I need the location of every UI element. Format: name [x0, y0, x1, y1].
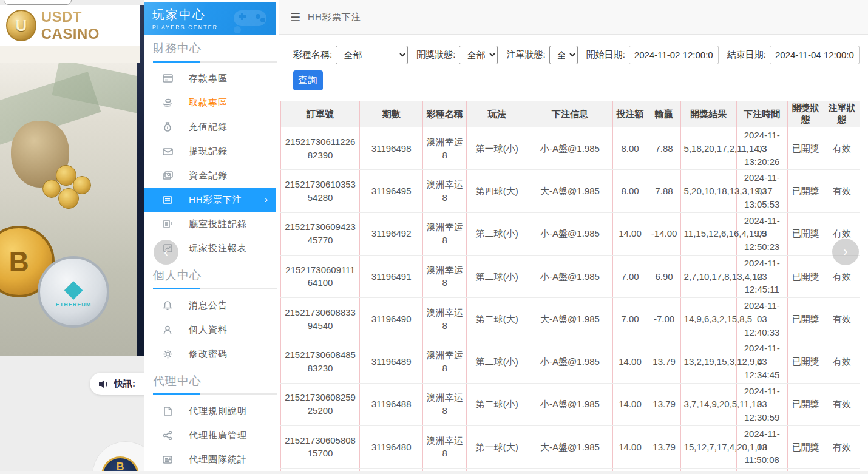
gold-coin-image [58, 188, 79, 209]
list-book-icon [162, 194, 173, 205]
col-order-no: 訂單號 [281, 101, 360, 127]
start-date-input[interactable] [629, 46, 719, 64]
cell-result: 13,2,19,15,3,12,9,4 [680, 340, 736, 383]
sidebar-header: 玩家中心 PLAYERS CENTER [144, 2, 276, 35]
news-ticker-label: 快訊: [114, 378, 135, 390]
cell-order-no: 2152173060883394540 [281, 298, 360, 340]
sidebar-item-funds-record[interactable]: 資金記錄 [144, 163, 279, 188]
sidebar-item-agent-promotion[interactable]: 代理推廣管理 [144, 423, 279, 447]
cell-draw-status: 已開獎 [787, 383, 824, 425]
banknotes-icon [162, 170, 173, 181]
envelope-out-icon [162, 146, 173, 157]
background-strip [0, 46, 140, 63]
sidebar-item-recharge-record[interactable]: 充值記錄 [144, 115, 279, 139]
cell-win-loss: 13.79 [648, 383, 680, 425]
section-label: 個人中心 [153, 268, 279, 283]
section-underline [153, 61, 277, 63]
sidebar-item-label: 玩家投注報表 [189, 243, 247, 254]
cell-play: 第二球(小) [467, 383, 527, 425]
col-bet-info: 下注信息 [527, 101, 612, 127]
sidebar-item-label: 資金記錄 [189, 170, 228, 181]
cell-lottery: 澳洲幸运8 [423, 170, 467, 212]
cell-bet-info: 小-A盤@1.985 [527, 340, 612, 383]
sidebar-item-label: 修改密碼 [189, 348, 228, 360]
section-finance-center: 財務中心 [144, 35, 279, 63]
clipped-top-widget [4, 0, 72, 5]
cell-order-status: 有效 [824, 127, 860, 170]
cell-amount: 14.00 [612, 340, 648, 383]
sidebar-item-agent-team-stats[interactable]: 代理團隊統計 [144, 447, 279, 472]
expand-panel-button[interactable]: › [832, 239, 859, 265]
sidebar-item-withdraw[interactable]: 取款專區 [144, 90, 279, 115]
cell-play: 第四球(大) [467, 170, 527, 212]
table-row: 2152173060825925200 31196488 澳洲幸运8 第二球(小… [281, 383, 860, 425]
sidebar-item-agent-rules[interactable]: 代理規則說明 [144, 399, 279, 423]
players-center-sidebar: 玩家中心 PLAYERS CENTER 財務中心 存款專區 取款專區 充值記錄 … [144, 0, 279, 474]
cell-draw-status: 已開獎 [787, 127, 824, 170]
cell-period: 31196498 [360, 127, 423, 170]
page-title: HH彩票下注 [308, 12, 361, 23]
gear-icon [162, 348, 173, 359]
sidebar-item-profile[interactable]: 個人資料 [144, 317, 279, 342]
table-row: 2152173060580815700 31196480 澳洲幸运8 第一球(大… [281, 425, 860, 468]
collapse-sidebar-button[interactable]: ‹ [154, 240, 178, 265]
order-status-select[interactable]: 全部 [549, 46, 578, 64]
cell-period: 31196492 [360, 212, 423, 255]
cell-amount: 7.00 [612, 255, 648, 297]
cell-draw-status: 已開獎 [787, 340, 824, 383]
sidebar-item-label: 廳室投註記錄 [189, 218, 247, 230]
section-label: 代理中心 [153, 373, 279, 389]
cell-result: 11,15,12,6,16,4,19,9 [680, 212, 736, 255]
cell-result: 2,7,10,17,8,13,4,12 [680, 255, 736, 297]
hamburger-menu-icon[interactable]: ☰ [290, 10, 300, 24]
document-icon [162, 405, 173, 416]
sidebar-subtitle: PLAYERS CENTER [152, 24, 276, 30]
cell-play: 第二球(小) [467, 212, 527, 255]
lottery-name-select[interactable]: 全部 [336, 46, 408, 64]
cell-order-status: 有效 [824, 340, 860, 383]
cell-order-no: 2152173061122682390 [281, 127, 360, 170]
chevron-right-icon: › [265, 194, 268, 205]
cell-lottery: 澳洲幸运8 [423, 383, 467, 425]
end-date-input[interactable] [770, 46, 860, 64]
search-button[interactable]: 查詢 [293, 70, 323, 90]
col-result: 開獎結果 [680, 101, 736, 127]
cell-bet-info: 大-A盤@1.985 [527, 425, 612, 468]
sidebar-item-label: 代理推廣管理 [189, 430, 247, 441]
brand-logo-text: USDT CASINO [41, 8, 140, 42]
withdraw-hand-icon [162, 97, 173, 108]
bitcoin-icon: B [8, 245, 29, 278]
horizontal-scrollbar[interactable] [0, 471, 868, 474]
start-date-label: 開始日期: [586, 49, 625, 61]
cell-order-no: 2152173060911164100 [281, 255, 360, 297]
cell-period: 31196480 [360, 425, 423, 468]
sidebar-item-announcements[interactable]: 消息公告 [144, 293, 279, 317]
lottery-name-label: 彩種名稱: [293, 49, 332, 61]
col-draw-status: 開獎狀態 [787, 101, 824, 127]
filter-panel: 彩種名稱: 全部 開獎狀態: 全部 注單狀態: 全部 開始日期: 結束日期: 查… [279, 35, 868, 90]
cell-play: 第二球(大) [467, 298, 527, 340]
left-background-panel: B ◆ ETHEREUM U USDT CASINO 快訊: B [0, 0, 144, 474]
draw-status-select[interactable]: 全部 [459, 46, 498, 64]
cell-win-loss: 7.88 [648, 127, 680, 170]
cell-bet-info: 小-A盤@1.985 [527, 383, 612, 425]
sidebar-item-hh-lottery-bets[interactable]: HH彩票下注 › [144, 188, 276, 212]
end-date-label: 結束日期: [727, 49, 766, 61]
cell-order-no: 2152173060825925200 [281, 383, 360, 425]
sidebar-item-withdrawal-record[interactable]: 提現記錄 [144, 139, 279, 163]
sidebar-item-deposit[interactable]: 存款專區 [144, 66, 279, 90]
cell-bet-info: 大-A盤@1.985 [527, 170, 612, 212]
news-ticker: 快訊: [90, 373, 144, 395]
cell-amount: 14.00 [612, 425, 648, 468]
section-underline [153, 393, 277, 395]
cell-lottery: 澳洲幸运8 [423, 425, 467, 468]
gold-coin-image [42, 180, 61, 198]
sidebar-item-label: 充值記錄 [189, 121, 228, 133]
table-row: 2152173060883394540 31196490 澳洲幸运8 第二球(大… [281, 298, 860, 340]
col-win-loss: 輸贏 [648, 101, 680, 127]
main-header: ☰ HH彩票下注 [279, 0, 868, 35]
sidebar-item-change-password[interactable]: 修改密碼 [144, 342, 279, 366]
cell-order-no: 2152173060848583230 [281, 340, 360, 383]
sidebar-item-room-bet-record[interactable]: 廳室投註記錄 [144, 212, 279, 236]
speaker-icon [98, 379, 109, 389]
